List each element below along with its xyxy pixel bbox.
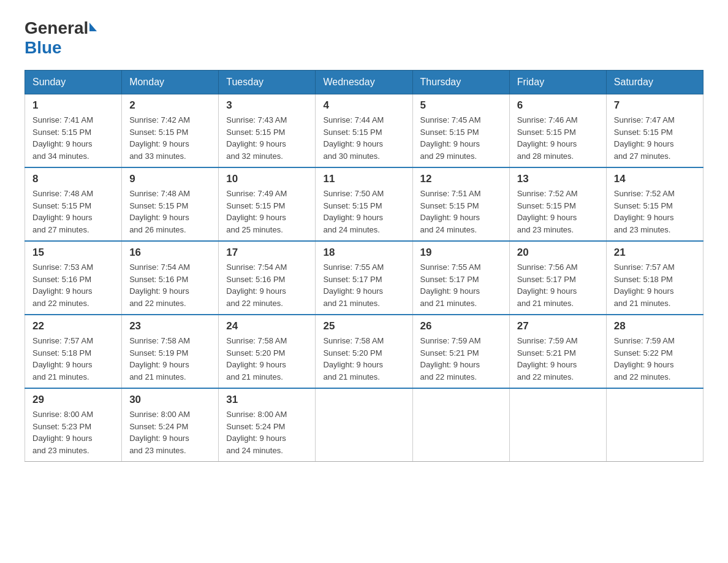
calendar-cell: 22 Sunrise: 7:57 AM Sunset: 5:18 PM Dayl…: [25, 315, 122, 388]
logo: General Blue: [25, 18, 97, 58]
day-number: 25: [323, 320, 404, 332]
logo-triangle-icon: [89, 23, 97, 31]
day-info: Sunrise: 8:00 AM Sunset: 5:24 PM Dayligh…: [129, 408, 211, 456]
calendar-cell: 9 Sunrise: 7:48 AM Sunset: 5:15 PM Dayli…: [122, 167, 219, 241]
day-info: Sunrise: 7:59 AM Sunset: 5:22 PM Dayligh…: [614, 335, 696, 383]
calendar-cell: 6 Sunrise: 7:46 AM Sunset: 5:15 PM Dayli…: [509, 94, 606, 168]
day-info: Sunrise: 7:51 AM Sunset: 5:15 PM Dayligh…: [420, 188, 502, 236]
day-info: Sunrise: 7:42 AM Sunset: 5:15 PM Dayligh…: [129, 114, 211, 162]
day-number: 7: [614, 99, 696, 112]
day-number: 11: [323, 173, 404, 185]
day-info: Sunrise: 7:53 AM Sunset: 5:16 PM Dayligh…: [32, 261, 114, 309]
calendar-cell: [412, 388, 509, 462]
day-info: Sunrise: 7:55 AM Sunset: 5:17 PM Dayligh…: [323, 261, 404, 309]
calendar-cell: 14 Sunrise: 7:52 AM Sunset: 5:15 PM Dayl…: [606, 167, 703, 241]
day-number: 14: [614, 173, 696, 185]
day-number: 9: [129, 173, 211, 185]
header-saturday: Saturday: [606, 71, 703, 94]
calendar-cell: 16 Sunrise: 7:54 AM Sunset: 5:16 PM Dayl…: [122, 241, 219, 315]
calendar-cell: 5 Sunrise: 7:45 AM Sunset: 5:15 PM Dayli…: [412, 94, 509, 168]
calendar-cell: 10 Sunrise: 7:49 AM Sunset: 5:15 PM Dayl…: [219, 167, 316, 241]
calendar-cell: 8 Sunrise: 7:48 AM Sunset: 5:15 PM Dayli…: [25, 167, 122, 241]
day-info: Sunrise: 7:48 AM Sunset: 5:15 PM Dayligh…: [129, 188, 211, 236]
day-number: 3: [226, 99, 308, 112]
day-number: 27: [517, 320, 599, 332]
day-number: 18: [323, 247, 404, 259]
calendar-cell: 27 Sunrise: 7:59 AM Sunset: 5:21 PM Dayl…: [509, 315, 606, 388]
day-info: Sunrise: 8:00 AM Sunset: 5:23 PM Dayligh…: [32, 408, 114, 456]
calendar-cell: 25 Sunrise: 7:58 AM Sunset: 5:20 PM Dayl…: [316, 315, 412, 388]
day-info: Sunrise: 7:46 AM Sunset: 5:15 PM Dayligh…: [517, 114, 599, 162]
day-number: 22: [32, 320, 114, 332]
calendar-cell: 19 Sunrise: 7:55 AM Sunset: 5:17 PM Dayl…: [412, 241, 509, 315]
calendar-cell: 30 Sunrise: 8:00 AM Sunset: 5:24 PM Dayl…: [122, 388, 219, 462]
day-number: 12: [420, 173, 502, 185]
calendar-cell: 26 Sunrise: 7:59 AM Sunset: 5:21 PM Dayl…: [412, 315, 509, 388]
calendar-cell: 13 Sunrise: 7:52 AM Sunset: 5:15 PM Dayl…: [509, 167, 606, 241]
calendar-cell: 2 Sunrise: 7:42 AM Sunset: 5:15 PM Dayli…: [122, 94, 219, 168]
header-sunday: Sunday: [25, 71, 122, 94]
calendar-week-row: 1 Sunrise: 7:41 AM Sunset: 5:15 PM Dayli…: [25, 94, 703, 168]
day-number: 21: [614, 247, 696, 259]
day-info: Sunrise: 7:50 AM Sunset: 5:15 PM Dayligh…: [323, 188, 404, 236]
day-info: Sunrise: 7:57 AM Sunset: 5:18 PM Dayligh…: [614, 261, 696, 309]
day-number: 28: [614, 320, 696, 332]
day-number: 16: [129, 247, 211, 259]
calendar-cell: 3 Sunrise: 7:43 AM Sunset: 5:15 PM Dayli…: [219, 94, 316, 168]
calendar-cell: 12 Sunrise: 7:51 AM Sunset: 5:15 PM Dayl…: [412, 167, 509, 241]
day-info: Sunrise: 7:58 AM Sunset: 5:20 PM Dayligh…: [226, 335, 308, 383]
calendar-cell: 17 Sunrise: 7:54 AM Sunset: 5:16 PM Dayl…: [219, 241, 316, 315]
calendar-cell: 29 Sunrise: 8:00 AM Sunset: 5:23 PM Dayl…: [25, 388, 122, 462]
calendar-cell: 28 Sunrise: 7:59 AM Sunset: 5:22 PM Dayl…: [606, 315, 703, 388]
logo-general: General: [25, 18, 97, 38]
header-thursday: Thursday: [412, 71, 509, 94]
day-number: 24: [226, 320, 308, 332]
day-number: 20: [517, 247, 599, 259]
day-info: Sunrise: 7:52 AM Sunset: 5:15 PM Dayligh…: [517, 188, 599, 236]
day-info: Sunrise: 7:47 AM Sunset: 5:15 PM Dayligh…: [614, 114, 696, 162]
calendar-week-row: 15 Sunrise: 7:53 AM Sunset: 5:16 PM Dayl…: [25, 241, 703, 315]
day-info: Sunrise: 7:45 AM Sunset: 5:15 PM Dayligh…: [420, 114, 502, 162]
calendar-cell: [606, 388, 703, 462]
day-number: 30: [129, 394, 211, 406]
day-number: 8: [32, 173, 114, 185]
page-header: General Blue: [25, 18, 703, 58]
day-info: Sunrise: 8:00 AM Sunset: 5:24 PM Dayligh…: [226, 408, 308, 456]
day-info: Sunrise: 7:48 AM Sunset: 5:15 PM Dayligh…: [32, 188, 114, 236]
calendar-cell: 11 Sunrise: 7:50 AM Sunset: 5:15 PM Dayl…: [316, 167, 412, 241]
header-tuesday: Tuesday: [219, 71, 316, 94]
calendar-cell: 23 Sunrise: 7:58 AM Sunset: 5:19 PM Dayl…: [122, 315, 219, 388]
day-number: 17: [226, 247, 308, 259]
calendar-cell: 31 Sunrise: 8:00 AM Sunset: 5:24 PM Dayl…: [219, 388, 316, 462]
day-info: Sunrise: 7:54 AM Sunset: 5:16 PM Dayligh…: [226, 261, 308, 309]
day-number: 2: [129, 99, 211, 112]
calendar-cell: [316, 388, 412, 462]
day-info: Sunrise: 7:54 AM Sunset: 5:16 PM Dayligh…: [129, 261, 211, 309]
calendar-header-row: SundayMondayTuesdayWednesdayThursdayFrid…: [25, 71, 703, 94]
calendar-week-row: 22 Sunrise: 7:57 AM Sunset: 5:18 PM Dayl…: [25, 315, 703, 388]
day-info: Sunrise: 7:59 AM Sunset: 5:21 PM Dayligh…: [517, 335, 599, 383]
day-info: Sunrise: 7:49 AM Sunset: 5:15 PM Dayligh…: [226, 188, 308, 236]
day-number: 29: [32, 394, 114, 406]
day-number: 26: [420, 320, 502, 332]
day-info: Sunrise: 7:57 AM Sunset: 5:18 PM Dayligh…: [32, 335, 114, 383]
header-monday: Monday: [122, 71, 219, 94]
day-info: Sunrise: 7:58 AM Sunset: 5:20 PM Dayligh…: [323, 335, 404, 383]
calendar-table: SundayMondayTuesdayWednesdayThursdayFrid…: [25, 70, 703, 462]
calendar-week-row: 29 Sunrise: 8:00 AM Sunset: 5:23 PM Dayl…: [25, 388, 703, 462]
day-info: Sunrise: 7:52 AM Sunset: 5:15 PM Dayligh…: [614, 188, 696, 236]
calendar-cell: 24 Sunrise: 7:58 AM Sunset: 5:20 PM Dayl…: [219, 315, 316, 388]
day-number: 31: [226, 394, 308, 406]
day-number: 5: [420, 99, 502, 112]
day-info: Sunrise: 7:55 AM Sunset: 5:17 PM Dayligh…: [420, 261, 502, 309]
day-number: 23: [129, 320, 211, 332]
calendar-cell: 18 Sunrise: 7:55 AM Sunset: 5:17 PM Dayl…: [316, 241, 412, 315]
header-friday: Friday: [509, 71, 606, 94]
day-info: Sunrise: 7:59 AM Sunset: 5:21 PM Dayligh…: [420, 335, 502, 383]
day-number: 13: [517, 173, 599, 185]
day-number: 10: [226, 173, 308, 185]
calendar-cell: 15 Sunrise: 7:53 AM Sunset: 5:16 PM Dayl…: [25, 241, 122, 315]
day-number: 6: [517, 99, 599, 112]
day-info: Sunrise: 7:58 AM Sunset: 5:19 PM Dayligh…: [129, 335, 211, 383]
calendar-cell: 4 Sunrise: 7:44 AM Sunset: 5:15 PM Dayli…: [316, 94, 412, 168]
